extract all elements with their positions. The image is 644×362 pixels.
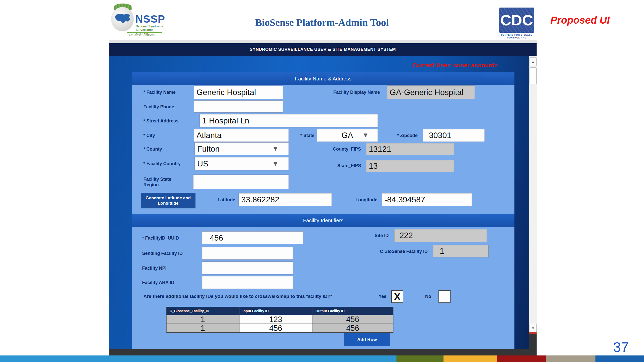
footer-stripe <box>546 355 595 362</box>
crosswalk-yes-checkbox[interactable]: X <box>391 290 403 303</box>
c-biosense-facility-id-field: 1 <box>433 245 489 257</box>
proposed-ui-annotation: Proposed UI <box>550 15 626 26</box>
table-cell[interactable]: 456 <box>239 324 312 332</box>
add-row-button[interactable]: Add Row <box>344 333 390 346</box>
state-value: GA <box>341 131 353 140</box>
facility-npi-field[interactable] <box>202 261 293 275</box>
county-fips-field: 13121 <box>366 143 454 155</box>
site-id-field: 222 <box>394 229 487 242</box>
nssp-divider <box>127 32 162 33</box>
footer-stripe <box>497 355 546 362</box>
scrollbar-thumb[interactable] <box>530 67 537 84</box>
footer-stripe <box>396 355 444 362</box>
slide-page-number: 37 <box>613 339 629 355</box>
slide: NSSP National Syndromic Surveillance Pro… <box>0 0 644 362</box>
facility-display-name-field: GA-Generic Hospital <box>387 85 475 99</box>
table-cell: 456 <box>312 315 393 324</box>
county-label: * County <box>143 146 162 152</box>
scrollbar-down-arrow-icon[interactable]: ▼ <box>530 324 537 332</box>
vertical-scrollbar[interactable] <box>529 56 537 332</box>
facility-phone-label: Facility Phone <box>143 104 174 110</box>
street-address-field[interactable]: 1 Hospital Ln <box>199 114 378 127</box>
facility-npi-label: Facility NPI <box>142 265 167 271</box>
crosswalk-no-checkbox[interactable] <box>438 290 451 303</box>
facility-aha-id-label: Facility AHA ID <box>142 280 174 285</box>
latitude-label: Latitude <box>206 197 235 203</box>
table-cell: 1 <box>167 315 239 324</box>
longitude-field[interactable]: -84.394587 <box>382 193 472 206</box>
crosswalk-yes-label: Yes <box>379 294 386 299</box>
column-header: Input Facility ID <box>239 307 312 315</box>
county-dropdown-arrow-icon[interactable]: ▼ <box>272 145 279 152</box>
cdc-logo: CDC CENTERS FOR DISEASE CONTROL AND PREV… <box>499 8 534 40</box>
app-title: SYNDROMIC SURVEILLANCE USER & SITE MANAG… <box>250 47 396 52</box>
nssp-program-line1: National Syndromic <box>136 25 164 28</box>
page-title: BioSense Platform-Admin Tool <box>221 17 423 28</box>
footer-stripe <box>444 355 497 362</box>
generate-lat-long-button[interactable]: Generate Latitude and Longitude <box>141 193 195 208</box>
state-label: * State <box>289 133 314 138</box>
facility-phone-field[interactable] <box>194 100 283 113</box>
state-fips-field: 13 <box>366 160 454 172</box>
table-cell: 456 <box>312 324 393 332</box>
footer-stripe <box>0 355 396 362</box>
facility-state-region-field[interactable] <box>193 174 289 189</box>
current-user-label: Current User: <user account> <box>413 62 530 69</box>
section-heading: Facility Identifiers <box>303 218 344 223</box>
state-fips-label: State_FIPS <box>324 163 361 168</box>
city-field[interactable]: Atlanta <box>194 129 289 142</box>
latitude-field[interactable]: 33.862282 <box>238 193 332 206</box>
cdc-subtitle-line1: CENTERS FOR DISEASE <box>499 34 534 36</box>
facility-display-name-label: Facility Display Name <box>323 89 380 95</box>
column-header: C_Biosense_Facility_ID <box>167 307 239 315</box>
crosswalk-table: C_Biosense_Facility_ID Input Facility ID… <box>166 307 393 333</box>
window-corner <box>529 334 537 349</box>
section-heading: Facility Name & Address <box>295 76 352 82</box>
crosswalk-no-label: No <box>425 294 431 299</box>
site-id-label: Site ID <box>357 233 389 238</box>
app-title-bar: SYNDROMIC SURVEILLANCE USER & SITE MANAG… <box>109 43 537 56</box>
facility-id-uuid-label: * FacilityID_UUID <box>142 235 179 241</box>
scrollbar-up-arrow-icon[interactable]: ▲ <box>530 57 537 66</box>
cdc-acronym: CDC <box>499 8 534 33</box>
footer-stripe <box>595 355 644 362</box>
county-fips-label: County_FIPS <box>324 146 361 152</box>
nssp-acronym: NSSP <box>135 13 165 25</box>
facility-aha-id-field[interactable] <box>202 276 293 289</box>
sending-facility-id-field[interactable] <box>202 247 293 260</box>
longitude-label: Longitude <box>342 197 377 203</box>
facility-country-dropdown-arrow-icon[interactable]: ▼ <box>272 160 279 167</box>
city-label: * City <box>143 133 155 138</box>
street-address-label: * Street Address <box>143 118 178 124</box>
facility-state-region-label: Facility State Region <box>143 176 181 188</box>
c-biosense-facility-id-label: C BioSense Facility ID <box>355 249 428 254</box>
slide-footer-stripes <box>0 355 644 362</box>
facility-name-label: * Facility Name <box>143 89 176 95</box>
zipcode-field[interactable]: 30301 <box>423 129 485 142</box>
table-cell[interactable]: 123 <box>239 315 312 324</box>
sending-facility-id-label: Sending Facility ID <box>142 251 183 256</box>
facility-country-label: * Facility Country <box>143 161 181 166</box>
column-header: Output Facility ID <box>312 307 393 315</box>
facility-name-field[interactable]: Generic Hospital <box>194 85 283 99</box>
window-top-band <box>109 40 537 43</box>
nssp-caption: BioSense Platform <box>128 33 155 37</box>
crosswalk-question: Are there additional facility IDs you wo… <box>143 294 375 299</box>
nssp-logo: NSSP National Syndromic Surveillance Pro… <box>111 4 164 35</box>
state-dropdown-arrow-icon[interactable]: ▼ <box>362 132 369 138</box>
section-facility-name-address: Facility Name & Address <box>132 72 514 85</box>
table-cell: 1 <box>167 324 239 332</box>
facility-id-uuid-field[interactable]: 456 <box>202 231 303 244</box>
section-facility-identifiers: Facility Identifiers <box>132 214 514 227</box>
zipcode-label: * Zipcode <box>382 133 418 138</box>
